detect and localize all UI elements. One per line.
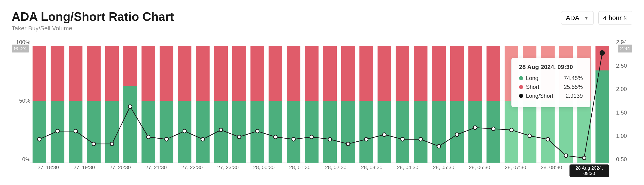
bar-long-12 [232, 101, 246, 163]
bar-short-15 [287, 46, 300, 101]
bar-short-24 [450, 46, 464, 101]
bar-long-24 [450, 101, 464, 163]
dot-21 [401, 137, 404, 141]
x-label-15: 28, 08:30 [534, 164, 569, 170]
bar-short-26 [486, 46, 500, 101]
bar-long-17 [323, 101, 337, 163]
bar-short-17 [323, 46, 337, 101]
y-label-100: 100% [12, 39, 30, 46]
bar-short-20 [378, 46, 391, 101]
y-right-150: 1.50 [614, 109, 627, 116]
bar-long-23 [432, 101, 446, 163]
bar-long-21 [396, 101, 409, 163]
tooltip-short-dot [519, 85, 523, 89]
y-label-50: 50% [12, 98, 30, 104]
bar-long-16 [305, 101, 318, 163]
bar-short-14 [269, 46, 282, 101]
bar-short-16 [305, 46, 318, 101]
symbol-dropdown[interactable]: ADA ▼ [561, 11, 594, 25]
tooltip-long-row: Long 74.45% [519, 75, 583, 81]
dot-23 [437, 144, 441, 148]
bar-long-7 [142, 101, 155, 163]
y-right-100: 1.00 [614, 133, 627, 139]
x-label-16-active: 28 Aug 2024, 09:30 [570, 164, 609, 177]
dot-22 [419, 137, 422, 141]
bar-short-6 [124, 46, 137, 86]
bar-short-2 [51, 46, 64, 101]
tooltip-short-value: 25.55% [564, 84, 583, 90]
title-area: ADA Long/Short Ratio Chart Taker Buy/Sel… [12, 9, 174, 32]
chart-title: ADA Long/Short Ratio Chart [12, 9, 174, 24]
dot-19 [364, 137, 368, 141]
bar-long-1 [32, 101, 46, 163]
dot-20 [382, 133, 386, 136]
dot-31 [582, 156, 586, 160]
interval-dropdown[interactable]: 4 hour ⇅ [598, 11, 632, 25]
tooltip-short-label: Short [526, 84, 561, 90]
main-container: ADA Long/Short Ratio Chart Taker Buy/Sel… [0, 0, 644, 185]
dot-9 [183, 129, 186, 133]
y-axis-left: 100% 50% 0% [12, 39, 30, 174]
x-label-9: 28, 02:30 [318, 164, 354, 170]
dot-6 [128, 105, 132, 108]
dot-11 [219, 128, 223, 132]
bar-long-14 [269, 101, 282, 163]
bar-short-5 [105, 46, 119, 101]
x-label-7: 28, 00:30 [246, 164, 282, 170]
tooltip-long-label: Long [526, 75, 561, 81]
tooltip: 28 Aug 2024, 09:30 Long 74.45% Short 25.… [511, 58, 590, 107]
bar-long-20 [378, 101, 391, 163]
x-label-2: 27, 19:30 [66, 164, 102, 170]
x-label-13: 28, 06:30 [462, 164, 498, 170]
tooltip-date: 28 Aug 2024, 09:30 [519, 63, 583, 71]
dot-13 [256, 129, 259, 133]
interval-label: 4 hour [603, 14, 622, 22]
bar-short-32 [596, 46, 609, 70]
bar-short-19 [360, 46, 373, 101]
header: ADA Long/Short Ratio Chart Taker Buy/Sel… [12, 9, 632, 32]
bar-long-10 [196, 101, 210, 163]
symbol-label: ADA [566, 14, 580, 22]
x-label-10: 28, 03:30 [354, 164, 390, 170]
x-label-4: 27, 21:30 [138, 164, 174, 170]
y-axis-right: 2.94 2.50 2.00 1.50 1.00 0.50 [614, 39, 632, 174]
bar-long-19 [360, 101, 373, 163]
bar-short-9 [178, 46, 192, 101]
dot-30 [564, 154, 568, 157]
x-label-11: 28, 04:30 [390, 164, 426, 170]
interval-arrow: ⇅ [624, 15, 628, 21]
dot-24 [455, 133, 459, 136]
bar-short-22 [414, 46, 428, 101]
tooltip-long-value: 74.45% [564, 75, 583, 81]
bar-short-13 [250, 46, 264, 101]
bar-long-5 [105, 101, 119, 163]
bar-long-32 [596, 70, 609, 163]
bar-short-25 [468, 46, 482, 101]
bar-short-4 [87, 46, 100, 101]
tooltip-ratio-dot [519, 94, 523, 98]
bar-short-10 [196, 46, 210, 101]
bar-long-15 [287, 101, 300, 163]
x-label-12: 28, 05:30 [426, 164, 462, 170]
tooltip-long-dot [519, 76, 523, 80]
bar-short-21 [396, 46, 409, 101]
chart-subtitle: Taker Buy/Sell Volume [12, 25, 174, 32]
x-axis: 27, 18:30 27, 19:30 27, 20:30 27, 21:30 … [30, 163, 609, 174]
dot-26 [492, 127, 495, 131]
bar-short-12 [232, 46, 246, 101]
dot-2 [56, 129, 59, 133]
x-label-1: 27, 18:30 [30, 164, 66, 170]
bar-short-1 [32, 46, 46, 101]
tooltip-ratio-label: Long/Short [526, 93, 563, 99]
bar-long-8 [160, 101, 173, 163]
dot-5 [110, 142, 114, 146]
y-right-250: 2.50 [614, 63, 627, 69]
dot-3 [74, 129, 78, 133]
bar-long-28 [523, 101, 536, 163]
dot-8 [164, 137, 168, 141]
x-label-8: 28, 01:30 [282, 164, 318, 170]
bar-short-7 [142, 46, 155, 101]
tooltip-short-row: Short 25.55% [519, 84, 583, 90]
dot-18 [346, 142, 350, 146]
dot-12 [237, 135, 241, 139]
